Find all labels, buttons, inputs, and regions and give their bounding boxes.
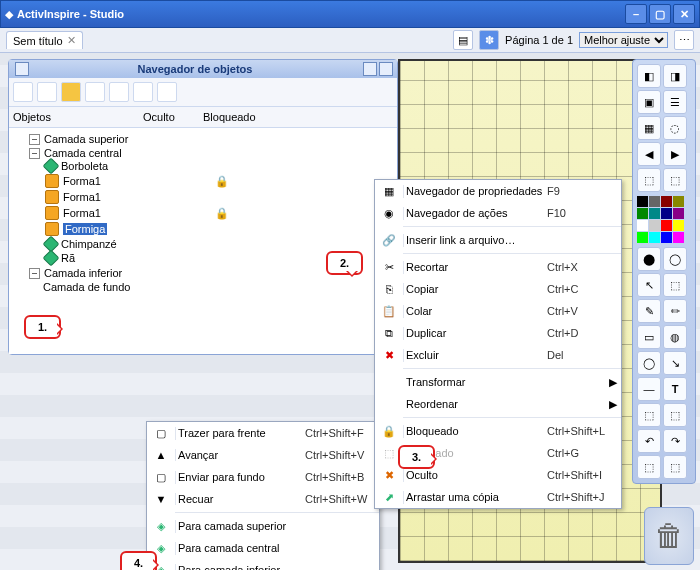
layer-background[interactable]: Camada de fundo: [43, 281, 130, 293]
close-button[interactable]: ✕: [673, 4, 695, 24]
menu-item[interactable]: 🔗Inserir link a arquivo…: [375, 229, 621, 251]
tree-item[interactable]: Forma1🔒: [45, 173, 393, 189]
text-tool-icon[interactable]: T: [663, 377, 687, 401]
color-swatch[interactable]: [673, 196, 684, 207]
menu-item[interactable]: ▢Trazer para frenteCtrl+Shift+F: [147, 422, 379, 444]
settings-icon[interactable]: ⋯: [674, 30, 694, 50]
color-swatch[interactable]: [661, 232, 672, 243]
tree-item-selected[interactable]: Formiga⚙: [45, 221, 393, 237]
panel-pin-icon[interactable]: [15, 62, 29, 76]
expander-icon[interactable]: –: [29, 148, 40, 159]
palette-icon[interactable]: ⬚: [637, 455, 661, 479]
maximize-button[interactable]: ▢: [649, 4, 671, 24]
menu-item[interactable]: ▲AvançarCtrl+Shift+V: [147, 444, 379, 466]
menu-item[interactable]: ◈Para camada central: [147, 537, 379, 559]
color-swatch[interactable]: [661, 196, 672, 207]
palette-icon[interactable]: ◯: [663, 247, 687, 271]
copy-icon: ⎘: [375, 283, 404, 295]
color-swatch[interactable]: [637, 196, 648, 207]
layer-top[interactable]: Camada superior: [44, 133, 128, 145]
menu-item[interactable]: ◈Para camada superior: [147, 515, 379, 537]
palette-icon[interactable]: ⬚: [637, 403, 661, 427]
menu-item[interactable]: ⧉DuplicarCtrl+D: [375, 322, 621, 344]
palette-icon[interactable]: ☰: [663, 90, 687, 114]
menu-item[interactable]: ◉Navegador de açõesF10: [375, 202, 621, 224]
menu-item[interactable]: ⎘CopiarCtrl+C: [375, 278, 621, 300]
object-tree[interactable]: –Camada superior –Camada central Borbole…: [9, 128, 397, 354]
toolbar-icon[interactable]: [13, 82, 33, 102]
menu-item[interactable]: ▼RecuarCtrl+Shift+W: [147, 488, 379, 510]
menu-item[interactable]: 📋ColarCtrl+V: [375, 300, 621, 322]
color-swatch[interactable]: [649, 196, 660, 207]
layer-central[interactable]: Camada central: [44, 147, 122, 159]
menu-item[interactable]: ▦Navegador de propriedadesF9: [375, 180, 621, 202]
menu-item-submenu[interactable]: Transformar▶: [375, 371, 621, 393]
color-swatch[interactable]: [637, 232, 648, 243]
delete-icon: ✖: [375, 349, 404, 362]
connector-icon[interactable]: ↘: [663, 351, 687, 375]
arrow-tool-icon[interactable]: ↖: [637, 273, 661, 297]
expander-icon[interactable]: –: [29, 268, 40, 279]
menu-item[interactable]: 🔒BloqueadoCtrl+Shift+L: [375, 420, 621, 442]
tab-close-icon[interactable]: ✕: [67, 34, 76, 47]
trash-bin[interactable]: 🗑: [644, 507, 694, 565]
next-page-icon[interactable]: ▶: [663, 142, 687, 166]
toolbar-icon[interactable]: [133, 82, 153, 102]
color-swatch[interactable]: [649, 220, 660, 231]
color-swatch[interactable]: [649, 208, 660, 219]
tree-item[interactable]: Chimpanzé: [45, 237, 393, 251]
panel-close-icon[interactable]: [379, 62, 393, 76]
layer-bottom[interactable]: Camada inferior: [44, 267, 122, 279]
tree-item[interactable]: Forma1🔒: [45, 205, 393, 221]
palette-icon[interactable]: ⬚: [663, 403, 687, 427]
menu-item[interactable]: ✂RecortarCtrl+X: [375, 256, 621, 278]
tree-item[interactable]: Borboleta: [45, 159, 393, 173]
minimize-button[interactable]: –: [625, 4, 647, 24]
line-tool-icon[interactable]: —: [637, 377, 661, 401]
select-tool-icon[interactable]: ⬚: [663, 273, 687, 297]
palette-icon[interactable]: ◧: [637, 64, 661, 88]
page-indicator: Página 1 de 1: [505, 34, 573, 46]
fill-tool-icon[interactable]: ◍: [663, 325, 687, 349]
palette-icon[interactable]: ▣: [637, 90, 661, 114]
color-swatch[interactable]: [673, 220, 684, 231]
palette-icon[interactable]: ◌: [663, 116, 687, 140]
thumbnails-icon[interactable]: ▤: [453, 30, 473, 50]
palette-icon[interactable]: ⬚: [663, 455, 687, 479]
pen-tool-icon[interactable]: ✎: [637, 299, 661, 323]
menu-item-submenu[interactable]: Reordenar▶: [375, 393, 621, 415]
palette-icon[interactable]: ▦: [637, 116, 661, 140]
toolbar-icon[interactable]: [37, 82, 57, 102]
color-swatch[interactable]: [673, 208, 684, 219]
prev-page-icon[interactable]: ◀: [637, 142, 661, 166]
color-swatch[interactable]: [661, 220, 672, 231]
palette-icon[interactable]: ⬚: [663, 168, 687, 192]
document-tab[interactable]: Sem título ✕: [6, 31, 83, 49]
undo-icon[interactable]: ↶: [637, 429, 661, 453]
palette-icon[interactable]: ◨: [663, 64, 687, 88]
eraser-tool-icon[interactable]: ▭: [637, 325, 661, 349]
menu-item[interactable]: ⬈Arrastar uma cópiaCtrl+Shift+J: [375, 486, 621, 508]
redo-icon[interactable]: ↷: [663, 429, 687, 453]
annotate-icon[interactable]: ✽: [479, 30, 499, 50]
highlighter-icon[interactable]: ✏: [663, 299, 687, 323]
color-swatch[interactable]: [637, 208, 648, 219]
menu-item[interactable]: ▢Enviar para fundoCtrl+Shift+B: [147, 466, 379, 488]
tree-item[interactable]: Forma1: [45, 189, 393, 205]
color-swatch[interactable]: [673, 232, 684, 243]
toolbar-icon[interactable]: [85, 82, 105, 102]
panel-opts-icon[interactable]: [363, 62, 377, 76]
palette-icon[interactable]: ⬤: [637, 247, 661, 271]
toolbar-icon[interactable]: [61, 82, 81, 102]
toolbar-icon[interactable]: [157, 82, 177, 102]
menu-item[interactable]: ◈Para camada inferior: [147, 559, 379, 570]
menu-item[interactable]: ✖ExcluirDel: [375, 344, 621, 366]
color-swatch[interactable]: [661, 208, 672, 219]
shape-tool-icon[interactable]: ◯: [637, 351, 661, 375]
color-swatch[interactable]: [649, 232, 660, 243]
palette-icon[interactable]: ⬚: [637, 168, 661, 192]
zoom-select[interactable]: Melhor ajuste: [579, 32, 668, 48]
toolbar-icon[interactable]: [109, 82, 129, 102]
expander-icon[interactable]: –: [29, 134, 40, 145]
color-swatch[interactable]: [637, 220, 648, 231]
